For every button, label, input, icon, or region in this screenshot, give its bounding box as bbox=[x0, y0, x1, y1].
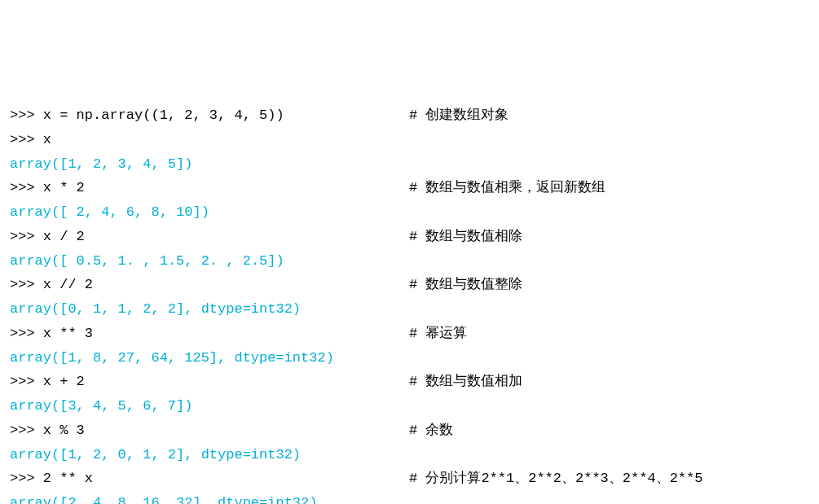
prompt-text: >>> bbox=[10, 374, 43, 389]
code-line: >>> x % 3# 余数 bbox=[10, 419, 809, 443]
output-text: array([3, 4, 5, 6, 7]) bbox=[10, 398, 192, 414]
input-code: x = np.array((1, 2, 3, 4, 5)) bbox=[43, 107, 284, 123]
code-line: array([ 0.5, 1. , 1.5, 2. , 2.5]) bbox=[10, 249, 809, 274]
code-line: >>> x = np.array((1, 2, 3, 4, 5))# 创建数组对… bbox=[10, 103, 809, 128]
code-line: array([1, 2, 3, 4, 5]) bbox=[10, 152, 809, 177]
prompt-text: >>> bbox=[10, 277, 43, 292]
output-text: array([1, 2, 3, 4, 5]) bbox=[10, 156, 192, 172]
code-line: >>> x * 2# 数组与数值相乘，返回新数组 bbox=[10, 176, 809, 200]
comment-text: # 数组与数值整除 bbox=[409, 273, 522, 297]
code-line: >>> x bbox=[10, 128, 809, 152]
input-code: x ** 3 bbox=[43, 326, 93, 341]
code-line: >>> x // 2# 数组与数值整除 bbox=[10, 273, 809, 297]
code-line: array([3, 4, 5, 6, 7]) bbox=[10, 394, 809, 419]
output-text: array([1, 8, 27, 64, 125], dtype=int32) bbox=[10, 350, 334, 366]
input-code: x / 2 bbox=[43, 229, 85, 244]
prompt-text: >>> bbox=[10, 423, 43, 438]
prompt-text: >>> bbox=[10, 229, 43, 244]
output-text: array([0, 1, 1, 2, 2], dtype=int32) bbox=[10, 301, 301, 317]
code-line: >>> x + 2# 数组与数值相加 bbox=[10, 370, 809, 394]
comment-text: # 创建数组对象 bbox=[409, 103, 509, 128]
output-text: array([1, 2, 0, 1, 2], dtype=int32) bbox=[10, 447, 301, 462]
prompt-text: >>> bbox=[10, 180, 43, 195]
input-code: x // 2 bbox=[43, 277, 93, 292]
code-line: >>> x ** 3# 幂运算 bbox=[10, 322, 809, 346]
code-line: array([0, 1, 1, 2, 2], dtype=int32) bbox=[10, 297, 809, 322]
output-text: array([ 0.5, 1. , 1.5, 2. , 2.5]) bbox=[10, 253, 284, 269]
code-line: array([1, 2, 0, 1, 2], dtype=int32) bbox=[10, 443, 809, 467]
prompt-text: >>> bbox=[10, 132, 43, 147]
comment-text: # 分别计算2**1、2**2、2**3、2**4、2**5 bbox=[409, 467, 702, 491]
comment-text: # 数组与数值相除 bbox=[409, 225, 522, 249]
code-line: array([1, 8, 27, 64, 125], dtype=int32) bbox=[10, 346, 809, 370]
prompt-text: >>> bbox=[10, 326, 43, 341]
comment-text: # 余数 bbox=[409, 419, 453, 443]
input-code: 2 ** x bbox=[43, 471, 93, 486]
input-code: x * 2 bbox=[43, 180, 85, 195]
code-line: array([ 2, 4, 6, 8, 10]) bbox=[10, 200, 809, 225]
input-code: x % 3 bbox=[43, 423, 85, 438]
output-text: array([2, 4, 8, 16, 32], dtype=int32) bbox=[10, 495, 317, 504]
prompt-text: >>> bbox=[10, 471, 43, 486]
code-line: array([2, 4, 8, 16, 32], dtype=int32) bbox=[10, 491, 809, 504]
input-code: x bbox=[43, 132, 51, 147]
output-text: array([ 2, 4, 6, 8, 10]) bbox=[10, 204, 209, 220]
code-line: >>> 2 ** x# 分别计算2**1、2**2、2**3、2**4、2**5 bbox=[10, 467, 809, 491]
input-code: x + 2 bbox=[43, 374, 85, 389]
prompt-text: >>> bbox=[10, 107, 43, 123]
code-line: >>> x / 2# 数组与数值相除 bbox=[10, 225, 809, 249]
code-block: >>> x = np.array((1, 2, 3, 4, 5))# 创建数组对… bbox=[10, 103, 809, 504]
comment-text: # 数组与数值相乘，返回新数组 bbox=[409, 176, 605, 200]
comment-text: # 数组与数值相加 bbox=[409, 370, 522, 394]
comment-text: # 幂运算 bbox=[409, 322, 467, 346]
